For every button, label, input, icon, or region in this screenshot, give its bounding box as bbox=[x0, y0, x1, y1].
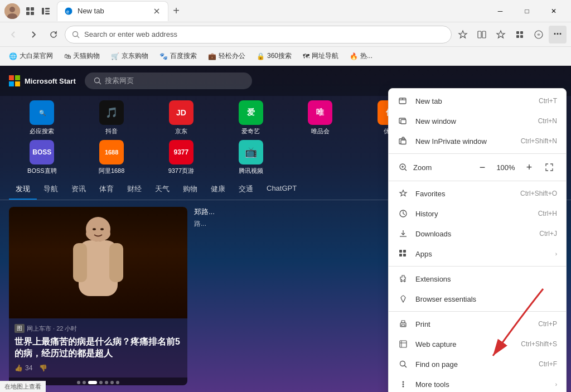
menu-downloads[interactable]: Downloads Ctrl+J bbox=[389, 224, 566, 244]
bookmark-jd[interactable]: 🛒 京东购物 bbox=[107, 49, 153, 64]
bookmark-label: 360搜索 bbox=[267, 51, 292, 61]
svg-rect-21 bbox=[516, 35, 519, 38]
quick-link-vip[interactable]: 唯 唯品会 bbox=[287, 100, 354, 135]
svg-rect-61 bbox=[401, 321, 405, 323]
quick-link-boss[interactable]: BOSS BOSS直聘 bbox=[9, 140, 75, 175]
favorites-button[interactable] bbox=[454, 26, 472, 43]
quick-link-aiqiyi[interactable]: 爱 爱奇艺 bbox=[217, 100, 284, 135]
inprivate-icon bbox=[398, 135, 409, 147]
like-button[interactable]: 👍 34 bbox=[14, 364, 32, 372]
new-tab-icon bbox=[398, 95, 409, 107]
menu-history[interactable]: History Ctrl+H bbox=[389, 204, 566, 224]
nav-caijing[interactable]: 财经 bbox=[120, 180, 148, 200]
menu-print[interactable]: Print Ctrl+P bbox=[389, 314, 566, 334]
forward-button[interactable] bbox=[25, 26, 42, 43]
svg-rect-62 bbox=[401, 325, 405, 326]
address-bar: Search or enter web address ··· bbox=[0, 22, 571, 47]
browser-essentials-label: Browser essentials bbox=[415, 295, 557, 303]
zoom-minus-button[interactable]: − bbox=[475, 159, 490, 175]
ms-search-input[interactable]: 搜索网页 bbox=[85, 72, 252, 89]
nav-chatgpt[interactable]: ChatGPT bbox=[260, 180, 303, 200]
menu-new-window[interactable]: New window Ctrl+N bbox=[389, 111, 566, 131]
quick-link-douyin[interactable]: 🎵 抖音 bbox=[79, 100, 145, 135]
nav-zixun[interactable]: 资讯 bbox=[65, 180, 93, 200]
url-input-box[interactable]: Search or enter web address bbox=[65, 26, 452, 43]
svg-rect-24 bbox=[9, 75, 14, 80]
close-button[interactable]: ✕ bbox=[541, 2, 567, 20]
tab-group-button[interactable] bbox=[23, 4, 37, 18]
nav-jiaotong[interactable]: 交通 bbox=[232, 180, 260, 200]
bookmark-tianmao[interactable]: 🛍 天猫购物 bbox=[60, 49, 104, 64]
nav-faxian[interactable]: 发现 bbox=[9, 180, 37, 200]
quick-link-9377[interactable]: 9377 9377页游 bbox=[148, 140, 215, 175]
toolbar-icons: ··· bbox=[454, 26, 567, 43]
copilot-button[interactable] bbox=[530, 26, 548, 43]
zoom-value: 100% bbox=[495, 163, 517, 172]
favorites-label: Favorites bbox=[415, 190, 514, 198]
minimize-button[interactable]: ─ bbox=[487, 2, 513, 20]
web-capture-shortcut: Ctrl+Shift+S bbox=[521, 340, 557, 348]
tab-close-button[interactable] bbox=[152, 7, 161, 16]
bookmark-label: 百度搜索 bbox=[170, 51, 197, 61]
split-screen-button[interactable] bbox=[473, 26, 491, 43]
bookmark-qingsong[interactable]: 💼 轻松办公 bbox=[204, 49, 250, 64]
dislike-button[interactable]: 👎 bbox=[39, 364, 47, 372]
menu-apps[interactable]: Apps › bbox=[389, 244, 566, 264]
menu-favorites[interactable]: Favorites Ctrl+Shift+O bbox=[389, 183, 566, 204]
menu-find-on-page[interactable]: Find on page Ctrl+F bbox=[389, 354, 566, 374]
menu-web-capture[interactable]: Web capture Ctrl+Shift+S bbox=[389, 334, 566, 354]
apps-icon bbox=[398, 248, 409, 259]
bookmark-dabai[interactable]: 🌐 大白菜官网 bbox=[4, 49, 57, 64]
downloads-icon bbox=[398, 228, 409, 239]
new-window-shortcut: Ctrl+N bbox=[538, 117, 557, 125]
maximize-button[interactable]: □ bbox=[514, 2, 540, 20]
bookmark-icon: 🔒 bbox=[257, 52, 265, 60]
nav-gouwu[interactable]: 购物 bbox=[176, 180, 204, 200]
refresh-button[interactable] bbox=[45, 26, 62, 43]
back-button[interactable] bbox=[4, 26, 22, 43]
svg-rect-18 bbox=[482, 31, 486, 38]
quick-link-jd[interactable]: JD 京东 bbox=[148, 100, 215, 135]
svg-point-69 bbox=[403, 384, 404, 385]
nav-tiyu[interactable]: 体育 bbox=[93, 180, 120, 200]
quick-link-tencent[interactable]: 📺 腾讯视频 bbox=[217, 140, 284, 175]
history-label: History bbox=[415, 210, 531, 218]
quick-link-1688[interactable]: 1688 阿里1688 bbox=[79, 140, 145, 175]
menu-new-tab[interactable]: New tab Ctrl+T bbox=[389, 91, 566, 111]
more-button[interactable]: ··· bbox=[549, 26, 567, 43]
zoom-plus-button[interactable]: + bbox=[521, 159, 537, 175]
zoom-row: Zoom − 100% + bbox=[389, 156, 566, 178]
profile-avatar[interactable] bbox=[4, 3, 20, 19]
separator-4 bbox=[389, 311, 566, 312]
new-tab-button[interactable]: + bbox=[168, 3, 184, 19]
svg-rect-59 bbox=[403, 254, 406, 257]
bookmark-360[interactable]: 🔒 360搜索 bbox=[252, 49, 296, 64]
quick-link-bingso[interactable]: 🔍 必应搜索 bbox=[9, 100, 75, 135]
menu-inprivate[interactable]: New InPrivate window Ctrl+Shift+N bbox=[389, 131, 566, 151]
svg-rect-7 bbox=[42, 8, 44, 14]
bookmark-baidu[interactable]: 🐾 百度搜索 bbox=[155, 49, 201, 64]
zoom-expand-button[interactable] bbox=[541, 159, 557, 175]
menu-extensions[interactable]: Extensions bbox=[389, 269, 566, 289]
bookmark-icon: 🐾 bbox=[159, 52, 168, 60]
print-icon bbox=[398, 318, 409, 330]
svg-line-67 bbox=[405, 366, 407, 368]
collections-button[interactable] bbox=[511, 26, 529, 43]
nav-daohang[interactable]: 导航 bbox=[37, 180, 65, 200]
tab-area: e New tab + bbox=[4, 1, 487, 21]
svg-rect-17 bbox=[478, 31, 481, 38]
downloads-label: Downloads bbox=[415, 230, 533, 238]
nav-jiankang[interactable]: 健康 bbox=[204, 180, 232, 200]
active-tab[interactable]: e New tab bbox=[57, 1, 168, 21]
add-favorites-button[interactable] bbox=[492, 26, 510, 43]
title-bar: e New tab + ─ □ ✕ bbox=[0, 0, 571, 22]
bookmark-nav[interactable]: 🗺 网址导航 bbox=[298, 49, 343, 64]
web-capture-icon bbox=[398, 338, 409, 350]
bookmark-hot[interactable]: 🔥 热... bbox=[345, 49, 377, 64]
menu-more-tools[interactable]: More tools › bbox=[389, 374, 566, 392]
vertical-tabs-button[interactable] bbox=[39, 4, 52, 18]
news-card-main: 图 网上车市 · 22 小时 世界上最痛苦的病是什么病？疼痛排名前5的病，经历过… bbox=[9, 207, 187, 385]
nav-tianqi[interactable]: 天气 bbox=[148, 180, 176, 200]
browser-essentials-icon bbox=[398, 293, 409, 304]
menu-browser-essentials[interactable]: Browser essentials bbox=[389, 289, 566, 309]
